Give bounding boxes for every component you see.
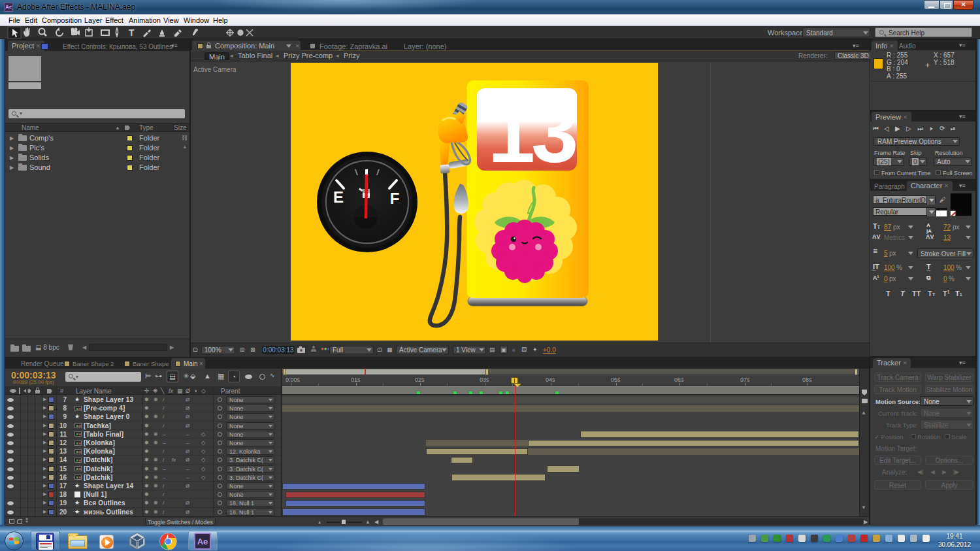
svg-text:E: E bbox=[333, 188, 344, 206]
svg-text:T: T bbox=[129, 27, 135, 38]
svg-text:F: F bbox=[390, 190, 400, 207]
svg-text:13: 13 bbox=[488, 85, 576, 180]
